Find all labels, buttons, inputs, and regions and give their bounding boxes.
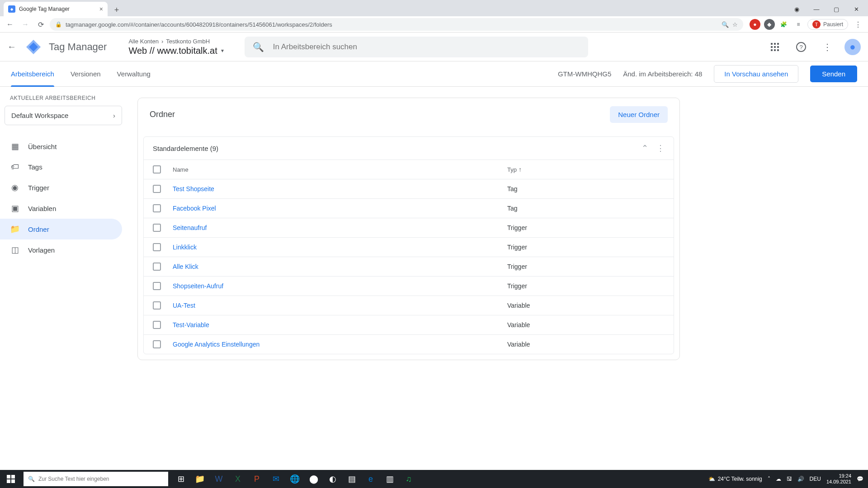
sidebar-item-folders[interactable]: 📁 Ordner bbox=[0, 219, 122, 239]
kebab-menu-icon[interactable]: ⋮ bbox=[818, 38, 836, 56]
tab-workspace[interactable]: Arbeitsbereich bbox=[11, 61, 54, 87]
row-checkbox[interactable] bbox=[153, 263, 161, 271]
start-button[interactable] bbox=[0, 470, 22, 488]
word-icon[interactable]: W bbox=[210, 470, 228, 488]
column-header-type[interactable]: Typ ↑ bbox=[507, 166, 522, 173]
bookmark-star-icon[interactable]: ☆ bbox=[732, 21, 738, 28]
row-name-link[interactable]: Test-Variable bbox=[173, 321, 507, 328]
user-avatar[interactable] bbox=[844, 39, 861, 55]
tray-onedrive-icon[interactable]: ☁ bbox=[776, 476, 781, 482]
spotify-icon[interactable]: ♫ bbox=[400, 470, 418, 488]
column-header-name[interactable]: Name bbox=[173, 166, 507, 173]
action-center-icon[interactable]: 💬 bbox=[857, 476, 863, 482]
tray-chevron-icon[interactable]: ˄ bbox=[768, 476, 770, 482]
row-checkbox[interactable] bbox=[153, 204, 161, 212]
app-icon[interactable]: ◐ bbox=[324, 470, 342, 488]
apps-grid-icon[interactable] bbox=[766, 38, 784, 56]
back-arrow-icon[interactable]: ← bbox=[7, 42, 18, 52]
table-row[interactable]: Seitenaufruf Trigger bbox=[144, 218, 674, 238]
tray-network-icon[interactable]: 🖫 bbox=[787, 476, 792, 482]
breadcrumb-account[interactable]: Testkonto GmbH bbox=[166, 38, 210, 45]
row-name-link[interactable]: Google Analytics Einstellungen bbox=[173, 341, 507, 348]
row-name-link[interactable]: UA-Test bbox=[173, 302, 507, 309]
row-checkbox[interactable] bbox=[153, 282, 161, 290]
explorer-icon[interactable]: 📁 bbox=[191, 470, 209, 488]
table-row[interactable]: Shopseiten-Aufruf Trigger bbox=[144, 277, 674, 296]
kebab-menu-icon[interactable]: ⋮ bbox=[656, 143, 665, 153]
obs-icon[interactable]: ⬤ bbox=[305, 470, 323, 488]
window-account-icon[interactable]: ◉ bbox=[787, 2, 807, 16]
row-name-link[interactable]: Linkklick bbox=[173, 244, 507, 251]
new-tab-button[interactable]: + bbox=[110, 4, 123, 16]
workspace-search[interactable]: 🔍 bbox=[245, 37, 588, 57]
table-row[interactable]: Test-Variable Variable bbox=[144, 315, 674, 335]
new-folder-button[interactable]: Neuer Ordner bbox=[610, 106, 668, 123]
extension-icon[interactable]: ◆ bbox=[764, 19, 775, 30]
svg-rect-6 bbox=[774, 46, 776, 48]
app-icon[interactable]: ▤ bbox=[343, 470, 361, 488]
table-row[interactable]: Google Analytics Einstellungen Variable bbox=[144, 335, 674, 354]
search-input[interactable] bbox=[273, 42, 580, 52]
row-checkbox[interactable] bbox=[153, 243, 161, 251]
edge-icon[interactable]: e bbox=[362, 470, 380, 488]
browser-tab[interactable]: Google Tag Manager × bbox=[4, 2, 108, 16]
tray-volume-icon[interactable]: 🔊 bbox=[797, 476, 804, 482]
sidebar-item-triggers[interactable]: ◉ Trigger bbox=[0, 177, 122, 198]
tray-language[interactable]: DEU bbox=[810, 476, 821, 482]
help-icon[interactable]: ? bbox=[792, 38, 810, 56]
sidebar-item-templates[interactable]: ◫ Vorlagen bbox=[0, 239, 122, 260]
row-name-link[interactable]: Shopseiten-Aufruf bbox=[173, 282, 507, 290]
table-row[interactable]: Linkklick Trigger bbox=[144, 238, 674, 257]
table-row[interactable]: UA-Test Variable bbox=[144, 296, 674, 315]
row-checkbox[interactable] bbox=[153, 321, 161, 329]
window-close-icon[interactable]: ✕ bbox=[846, 2, 866, 16]
preview-button[interactable]: In Vorschau ansehen bbox=[714, 65, 798, 83]
tab-admin[interactable]: Verwaltung bbox=[117, 61, 151, 87]
row-checkbox[interactable] bbox=[153, 301, 161, 310]
table-row[interactable]: Alle Klick Trigger bbox=[144, 257, 674, 277]
container-selector[interactable]: Web // www.tobitalk.at ▾ bbox=[128, 46, 223, 56]
excel-icon[interactable]: X bbox=[229, 470, 247, 488]
powerpoint-icon[interactable]: P bbox=[248, 470, 266, 488]
submit-button[interactable]: Senden bbox=[810, 66, 857, 82]
select-all-checkbox[interactable] bbox=[153, 165, 161, 174]
taskbar-weather[interactable]: ⛅ 24°C Teilw. sonnig bbox=[708, 476, 762, 482]
browser-menu-icon[interactable]: ⋮ bbox=[852, 18, 864, 31]
browser-reload-icon[interactable]: ⟳ bbox=[34, 18, 47, 31]
sidebar-item-tags[interactable]: 🏷 Tags bbox=[0, 157, 122, 177]
browser-back-icon[interactable]: ← bbox=[4, 18, 16, 31]
table-row[interactable]: Facebook Pixel Tag bbox=[144, 199, 674, 218]
extensions-menu-icon[interactable]: 🧩 bbox=[778, 19, 789, 30]
chrome-icon[interactable]: 🌐 bbox=[286, 470, 304, 488]
container-id[interactable]: GTM-WMHQHG5 bbox=[558, 70, 611, 78]
row-name-link[interactable]: Facebook Pixel bbox=[173, 205, 507, 212]
notepad-icon[interactable]: ▥ bbox=[381, 470, 399, 488]
tab-versions[interactable]: Versionen bbox=[71, 61, 101, 87]
breadcrumb-accounts[interactable]: Alle Konten bbox=[128, 38, 159, 45]
tab-close-icon[interactable]: × bbox=[99, 5, 103, 13]
reading-list-icon[interactable]: ≡ bbox=[793, 19, 804, 30]
sidebar-item-overview[interactable]: ▦ Übersicht bbox=[0, 136, 122, 157]
taskbar-clock[interactable]: 19:24 14.09.2021 bbox=[826, 473, 851, 485]
row-name-link[interactable]: Alle Klick bbox=[173, 263, 507, 270]
workspace-selector[interactable]: Default Workspace › bbox=[5, 106, 122, 125]
row-checkbox[interactable] bbox=[153, 224, 161, 232]
collapse-icon[interactable]: ⌃ bbox=[642, 143, 648, 153]
window-minimize-icon[interactable]: — bbox=[807, 2, 826, 16]
extension-icon[interactable]: ● bbox=[750, 19, 760, 30]
mail-icon[interactable]: ✉ bbox=[267, 470, 285, 488]
taskbar-search[interactable]: 🔍 Zur Suche Text hier eingeben bbox=[24, 472, 168, 486]
sidebar-item-variables[interactable]: ▣ Variablen bbox=[0, 198, 122, 219]
row-name-link[interactable]: Seitenaufruf bbox=[173, 224, 507, 231]
search-in-page-icon[interactable]: 🔍 bbox=[722, 21, 729, 28]
row-name-link[interactable]: Test Shopseite bbox=[173, 185, 507, 192]
breadcrumb[interactable]: Alle Konten › Testkonto GmbH bbox=[128, 38, 223, 45]
profile-paused[interactable]: T Pausiert bbox=[807, 19, 848, 30]
address-bar[interactable]: 🔒 tagmanager.google.com/#/container/acco… bbox=[50, 18, 743, 31]
workspace-changes[interactable]: Änd. im Arbeitsbereich: 48 bbox=[623, 70, 702, 78]
window-maximize-icon[interactable]: ▢ bbox=[826, 2, 846, 16]
table-row[interactable]: Test Shopseite Tag bbox=[144, 179, 674, 199]
task-view-icon[interactable]: ⊞ bbox=[172, 470, 190, 488]
row-checkbox[interactable] bbox=[153, 340, 161, 348]
row-checkbox[interactable] bbox=[153, 185, 161, 193]
